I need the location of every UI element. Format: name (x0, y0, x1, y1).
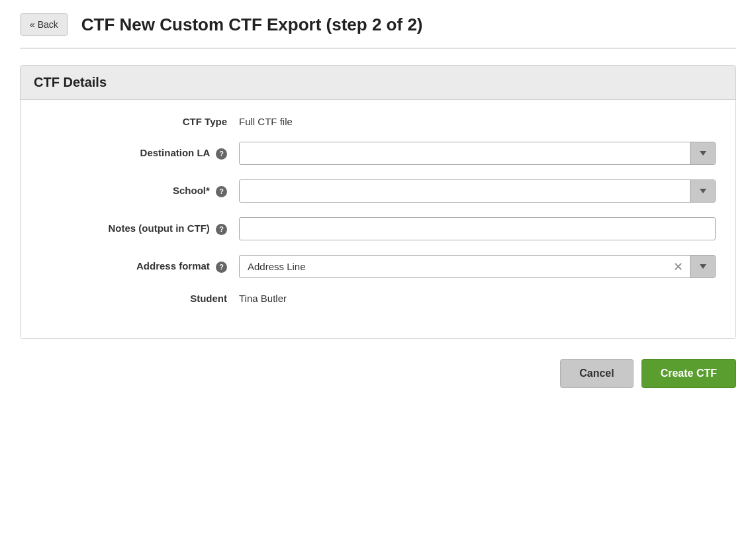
ctf-type-value: Full CTF file (239, 116, 716, 127)
destination-la-row: Destination LA ? (40, 142, 716, 165)
notes-help-icon[interactable]: ? (216, 224, 227, 235)
destination-la-label: Destination LA ? (40, 147, 239, 160)
footer-actions: Cancel Create CTF (20, 359, 736, 388)
ctf-details-card: CTF Details CTF Type Full CTF file Desti… (20, 65, 736, 339)
destination-la-help-icon[interactable]: ? (216, 148, 227, 160)
address-format-value: Address Line (240, 256, 666, 277)
card-body: CTF Type Full CTF file Destination LA ? (21, 100, 735, 338)
school-help-icon[interactable]: ? (216, 186, 227, 197)
school-arrow[interactable] (690, 180, 715, 202)
back-button[interactable]: « Back (20, 13, 68, 36)
ctf-type-label: CTF Type (40, 116, 239, 127)
address-format-field: Address Line ✕ (239, 255, 716, 278)
notes-row: Notes (output in CTF) ? (40, 217, 716, 240)
destination-la-arrow[interactable] (690, 142, 715, 164)
school-row: School* ? (40, 179, 716, 203)
address-format-help-icon[interactable]: ? (216, 262, 227, 273)
destination-la-arrow-icon (700, 151, 706, 156)
page-header: « Back CTF New Custom CTF Export (step 2… (20, 13, 736, 49)
school-field (239, 179, 716, 203)
school-label: School* ? (40, 185, 239, 197)
school-arrow-icon (700, 189, 706, 193)
destination-la-select[interactable] (240, 142, 690, 164)
notes-label: Notes (output in CTF) ? (40, 222, 239, 235)
notes-field (239, 217, 716, 240)
school-select[interactable] (240, 180, 690, 202)
school-select-wrapper (239, 179, 716, 203)
address-format-arrow[interactable] (690, 256, 715, 277)
student-row: Student Tina Butler (40, 293, 716, 304)
address-format-wrapper: Address Line ✕ (239, 255, 716, 278)
card-header-title: CTF Details (34, 75, 107, 89)
ctf-type-row: CTF Type Full CTF file (40, 116, 716, 127)
notes-input[interactable] (239, 217, 716, 240)
cancel-button[interactable]: Cancel (560, 359, 633, 388)
card-header: CTF Details (21, 66, 735, 100)
student-label: Student (40, 293, 239, 304)
address-format-arrow-icon (700, 264, 706, 269)
address-format-label: Address format ? (40, 260, 239, 273)
create-ctf-button[interactable]: Create CTF (641, 359, 736, 388)
destination-la-field (239, 142, 716, 165)
student-value: Tina Butler (239, 293, 716, 304)
address-format-clear-button[interactable]: ✕ (666, 256, 690, 277)
address-format-row: Address format ? Address Line ✕ (40, 255, 716, 278)
page-title: CTF New Custom CTF Export (step 2 of 2) (81, 15, 423, 35)
destination-la-select-wrapper (239, 142, 716, 165)
